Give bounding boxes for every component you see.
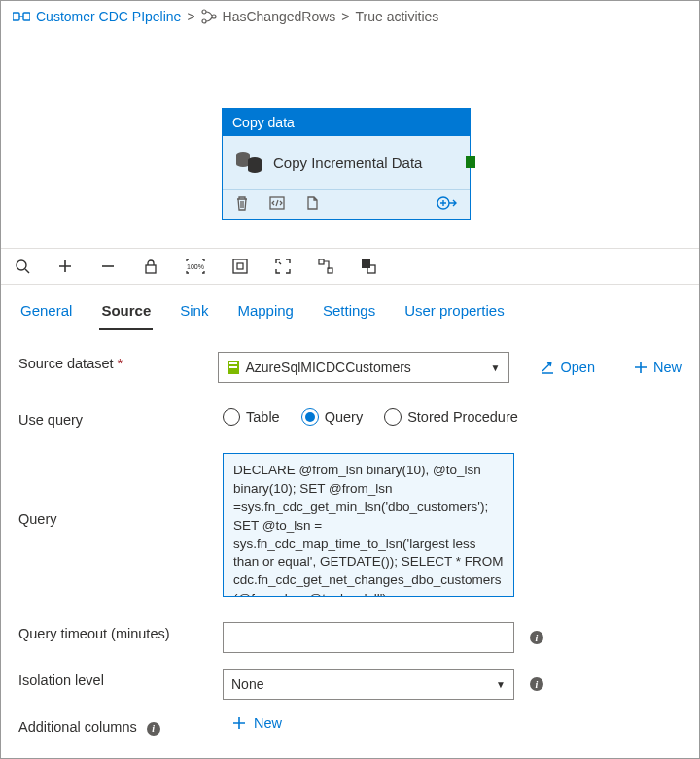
tab-sink[interactable]: Sink [178,296,210,330]
use-query-radio-group: Table Query Stored Procedure [223,408,518,426]
svg-rect-15 [237,263,243,269]
radio-query[interactable]: Query [301,408,364,426]
add-column-button[interactable]: New [223,715,282,731]
fit-icon[interactable] [232,259,248,274]
auto-align-icon[interactable] [318,259,333,274]
breadcrumb-root[interactable]: Customer CDC PIpeline [36,9,181,24]
query-label: Query [18,453,223,527]
isolation-level-value: None [231,676,496,692]
add-output-icon[interactable] [437,195,458,211]
isolation-level-label: Isolation level [18,669,223,688]
additional-columns-label: Additional columns i [18,715,223,736]
info-icon[interactable]: i [530,631,543,644]
search-icon[interactable] [15,259,30,274]
branch-icon [201,9,217,24]
svg-rect-22 [229,366,237,368]
breadcrumb-sep2: > [341,9,349,24]
sql-dataset-icon [227,360,240,375]
source-dataset-dropdown[interactable]: AzureSqlMICDCCustomers ▼ [218,352,509,383]
open-dataset-button[interactable]: Open [541,360,595,375]
lock-icon[interactable] [143,259,158,274]
breadcrumb-sep: > [187,9,194,24]
activity-body: Copy Incremental Data [223,136,470,189]
activity-card[interactable]: Copy data Copy Incremental Data [222,108,471,220]
radio-table[interactable]: Table [223,408,280,426]
svg-rect-16 [319,259,324,264]
query-textarea[interactable] [223,453,514,597]
source-dataset-label: Source dataset * [18,352,218,371]
fullscreen-icon[interactable] [275,259,291,274]
svg-rect-12 [146,265,156,273]
source-dataset-value: AzureSqlMICDCCustomers [246,360,491,375]
pipeline-icon [13,10,30,23]
zoom-out-icon[interactable] [100,259,116,274]
code-icon[interactable] [269,195,285,211]
info-icon[interactable]: i [530,677,543,691]
svg-line-11 [25,269,29,273]
query-timeout-label: Query timeout (minutes) [18,622,223,641]
svg-point-5 [212,15,216,18]
activity-title: Copy Incremental Data [273,155,422,171]
svg-text:100%: 100% [187,263,204,270]
query-timeout-input[interactable] [223,622,514,653]
radio-stored-procedure[interactable]: Stored Procedure [384,408,518,426]
database-copy-icon [234,150,263,175]
svg-rect-0 [13,13,19,20]
breadcrumb-mid: HasChangedRows [223,9,336,24]
tab-user-properties[interactable]: User properties [402,296,507,330]
tab-general[interactable]: General [18,296,74,330]
activity-header: Copy data [223,109,470,136]
svg-point-4 [202,19,206,23]
tab-settings[interactable]: Settings [321,296,377,330]
use-query-label: Use query [18,408,223,428]
svg-rect-18 [362,259,370,268]
design-canvas[interactable]: Copy data Copy Incremental Data [1,32,699,248]
clone-icon[interactable] [304,195,320,211]
chevron-down-icon: ▼ [496,679,506,690]
tab-source[interactable]: Source [99,296,153,330]
svg-rect-21 [229,362,237,364]
svg-point-3 [202,10,206,14]
canvas-toolbar: 100% [1,248,699,285]
breadcrumb-leaf: True activities [356,9,439,24]
delete-icon[interactable] [234,195,250,211]
chevron-down-icon: ▼ [491,362,501,373]
svg-point-10 [17,260,26,270]
svg-rect-14 [233,259,247,273]
tab-mapping[interactable]: Mapping [235,296,296,330]
zoom-reset-icon[interactable]: 100% [186,259,205,274]
isolation-level-dropdown[interactable]: None ▼ [223,669,514,700]
success-handle[interactable] [466,156,475,168]
breadcrumb: Customer CDC PIpeline > HasChangedRows >… [1,1,699,32]
info-icon[interactable]: i [147,722,160,736]
activity-footer [223,189,470,219]
minimap-icon[interactable] [361,259,376,274]
source-form: Source dataset * AzureSqlMICDCCustomers … [1,330,699,745]
property-tabs: General Source Sink Mapping Settings Use… [1,285,699,330]
new-dataset-button[interactable]: New [634,360,682,375]
zoom-in-icon[interactable] [57,259,73,274]
svg-rect-1 [23,13,30,20]
